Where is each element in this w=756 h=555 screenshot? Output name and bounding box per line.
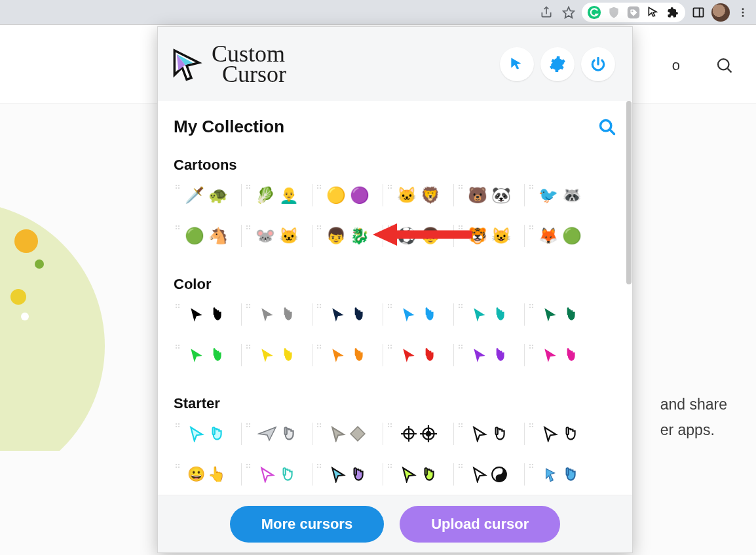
cursor-pack-color-black[interactable]	[171, 299, 242, 330]
cursor-pack-color-green[interactable]	[171, 340, 242, 370]
cursor-pack-starter-lime-outline[interactable]	[383, 459, 454, 489]
item-menu-icon[interactable]	[387, 182, 394, 188]
item-menu-icon[interactable]	[387, 461, 394, 467]
cursor-pack-garfield[interactable]: 🐯😺	[454, 221, 525, 251]
item-menu-icon[interactable]	[175, 182, 181, 188]
item-menu-icon[interactable]	[529, 420, 535, 427]
star-icon[interactable]	[559, 3, 578, 22]
item-menu-icon[interactable]	[387, 222, 394, 229]
item-menu-icon[interactable]	[246, 301, 252, 307]
svg-rect-75	[284, 307, 286, 315]
cursor-pack-starter-emoji-yellow[interactable]: 😀👆	[171, 459, 242, 489]
cursor-pack-bears[interactable]: 🐻🐼	[454, 180, 525, 210]
cursor-pack-minion[interactable]: 🟡🟣	[312, 180, 383, 210]
extension-grammarly-icon[interactable]	[586, 4, 603, 21]
cursor-pack-starter-prism[interactable]	[312, 459, 383, 489]
cursor-pack-tom-jerry[interactable]: 🐭🐱	[242, 221, 312, 251]
extension-custom-cursor-icon[interactable]	[645, 4, 662, 21]
cursor-pack-starter-yin-yang[interactable]	[454, 459, 525, 489]
item-menu-icon[interactable]	[529, 222, 535, 229]
collection-search-button[interactable]	[598, 118, 616, 136]
upload-cursor-button[interactable]: Upload cursor	[400, 506, 560, 543]
cursor-pack-color-darkgreen[interactable]	[525, 299, 595, 330]
cursor-pack-color-red[interactable]	[383, 340, 454, 370]
cursor-pack-starter-neon-cyan[interactable]	[171, 419, 242, 449]
cursor-pack-starter-pixel-blue[interactable]	[525, 459, 595, 489]
item-menu-icon[interactable]	[316, 341, 323, 348]
item-menu-icon[interactable]	[175, 341, 181, 348]
item-menu-icon[interactable]	[458, 420, 464, 427]
item-menu-icon[interactable]	[246, 182, 252, 188]
cursor-pack-color-purple[interactable]	[454, 340, 525, 370]
item-menu-icon[interactable]	[529, 301, 535, 307]
svg-point-54	[388, 225, 389, 227]
item-menu-icon[interactable]	[458, 461, 464, 467]
item-menu-icon[interactable]	[387, 301, 394, 307]
svg-point-126	[176, 423, 177, 425]
item-menu-icon[interactable]	[175, 461, 181, 467]
cursor-pack-color-orange[interactable]	[312, 340, 383, 370]
profile-avatar[interactable]	[711, 3, 730, 22]
color-cursor-preview	[542, 306, 578, 323]
cursor-pack-shrek[interactable]: 🟢🐴	[171, 221, 242, 251]
item-menu-icon[interactable]	[175, 222, 181, 229]
cursor-pack-color-yellow[interactable]	[242, 340, 312, 370]
item-menu-icon[interactable]	[458, 301, 464, 307]
extension-puzzle-icon[interactable]	[664, 4, 681, 21]
item-menu-icon[interactable]	[246, 461, 252, 467]
cursor-pack-httyd[interactable]: 👦🐉	[312, 221, 383, 251]
item-menu-icon[interactable]	[458, 182, 464, 188]
cursor-pack-color-skyblue[interactable]	[383, 299, 454, 330]
item-menu-icon[interactable]	[316, 222, 323, 229]
extension-tag-icon[interactable]	[625, 4, 642, 21]
item-menu-icon[interactable]	[246, 341, 252, 348]
svg-point-144	[390, 426, 392, 427]
cursor-pack-starter-outline-thick[interactable]	[454, 419, 525, 449]
item-menu-icon[interactable]	[246, 420, 252, 427]
item-menu-icon[interactable]	[387, 420, 394, 427]
svg-point-186	[529, 464, 531, 465]
cursor-pack-regular-show[interactable]: 🐦🦝	[525, 180, 595, 210]
cursor-pack-felix[interactable]: 🐱🦁	[383, 180, 454, 210]
search-icon[interactable]	[715, 56, 734, 75]
cursor-pack-starter-paper-plane[interactable]	[242, 419, 312, 449]
cursor-pack-tmnt[interactable]: 🗡️🐢	[171, 180, 242, 210]
item-menu-icon[interactable]	[316, 182, 323, 188]
item-menu-icon[interactable]	[316, 461, 323, 467]
item-menu-icon[interactable]	[175, 301, 181, 307]
item-menu-icon[interactable]	[246, 222, 252, 229]
cursor-pack-color-magenta[interactable]	[525, 340, 595, 370]
cursor-pack-popeye[interactable]: 🥬👨‍🦲	[242, 180, 312, 210]
cursor-pack-starter-stone[interactable]	[312, 419, 383, 449]
kebab-icon[interactable]	[734, 3, 752, 22]
item-menu-icon[interactable]	[529, 341, 535, 348]
svg-point-103	[246, 347, 248, 349]
settings-button[interactable]	[540, 47, 575, 81]
cursor-pack-starter-pixel[interactable]	[525, 419, 595, 449]
item-menu-icon[interactable]	[387, 341, 394, 348]
side-panel-icon[interactable]	[689, 3, 708, 22]
item-menu-icon[interactable]	[175, 420, 181, 427]
item-menu-icon[interactable]	[529, 461, 535, 467]
svg-point-174	[320, 467, 321, 468]
power-button[interactable]	[581, 47, 615, 81]
cursor-pack-color-gray[interactable]	[242, 299, 312, 330]
svg-point-98	[176, 347, 177, 349]
scrollbar-thumb[interactable]	[626, 101, 632, 284]
item-menu-icon[interactable]	[458, 341, 464, 348]
cursor-pack-grinch[interactable]: 🦊🟢	[525, 221, 595, 251]
cursor-pack-ben10[interactable]: ⚽👦	[383, 221, 454, 251]
svg-rect-156	[496, 427, 498, 434]
cursor-pack-color-navy[interactable]	[312, 299, 383, 330]
item-menu-icon[interactable]	[529, 182, 535, 188]
item-menu-icon[interactable]	[458, 222, 464, 229]
cursor-pack-starter-rainbow-outline[interactable]	[242, 459, 312, 489]
extension-shield-icon[interactable]	[605, 4, 622, 21]
cursor-pack-color-teal[interactable]	[454, 299, 525, 330]
more-cursors-button[interactable]: More cursors	[230, 506, 384, 543]
cursor-pack-starter-crosshair[interactable]	[383, 419, 454, 449]
share-icon[interactable]	[537, 3, 556, 22]
default-cursor-button[interactable]	[500, 47, 534, 81]
item-menu-icon[interactable]	[316, 301, 323, 307]
item-menu-icon[interactable]	[316, 420, 323, 427]
